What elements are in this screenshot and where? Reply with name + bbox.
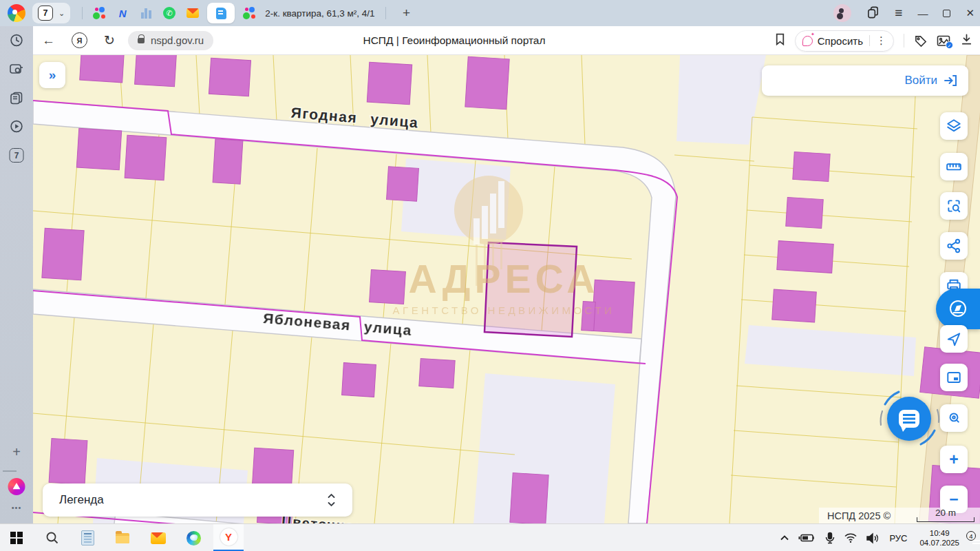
building: [342, 363, 376, 397]
blue-n-logo-icon: N: [119, 8, 127, 19]
pinned-tab-avito[interactable]: [91, 5, 107, 21]
pinned-tab-mail[interactable]: [184, 5, 201, 21]
chat-fab-button[interactable]: [887, 397, 931, 441]
tab-count-badge: 7: [38, 6, 53, 21]
start-button[interactable]: [1, 524, 32, 551]
share-button[interactable]: [940, 232, 968, 260]
building: [772, 289, 817, 322]
building: [125, 135, 167, 180]
ask-label: Спросить: [818, 35, 863, 47]
zoom-in-button[interactable]: +: [940, 446, 968, 473]
chat-bubble-icon: [899, 410, 919, 428]
tab-title[interactable]: 2-к. квартира, 61,3 м², 4/1: [265, 8, 374, 19]
taskbar-file-explorer[interactable]: [107, 524, 138, 551]
login-panel[interactable]: Войти: [762, 65, 968, 96]
cadastral-map-svg[interactable]: АДРЕСААГЕНТСТВО НЕДВИЖИМОСТИЯгодная улиц…: [33, 55, 980, 523]
minimap-button[interactable]: [940, 364, 968, 391]
taskbar-yandex-browser-active[interactable]: Y: [213, 524, 244, 551]
divider: [869, 35, 870, 46]
back-button[interactable]: ←: [42, 33, 55, 48]
minimize-button[interactable]: —: [917, 8, 928, 19]
address-bar[interactable]: nspd.gov.ru: [128, 31, 213, 50]
mail-envelope-icon: [187, 8, 199, 18]
building: [367, 62, 412, 105]
area-search-button[interactable]: [940, 192, 968, 220]
taskbar-edge[interactable]: [178, 524, 209, 551]
search-location-icon: [946, 410, 962, 426]
yandex-search-icon[interactable]: Я: [72, 32, 87, 48]
pinned-tab-blue-logo[interactable]: N: [114, 5, 131, 21]
articles-icon[interactable]: [10, 91, 24, 105]
battery-icon[interactable]: [798, 532, 816, 543]
tabs-panel-icon[interactable]: [866, 6, 880, 21]
pinned-tab-whatsapp[interactable]: ✆: [161, 5, 178, 21]
building: [213, 139, 243, 184]
video-play-icon[interactable]: [10, 119, 24, 134]
locate-object-button[interactable]: [940, 404, 968, 432]
yandex-y-icon: Y: [220, 528, 237, 545]
building: [80, 55, 125, 83]
alice-assistant-icon[interactable]: [8, 478, 25, 495]
side-panel-tab-button[interactable]: [936, 289, 980, 329]
building: [777, 241, 833, 273]
menu-icon[interactable]: ≡: [895, 6, 902, 21]
tab-group-switcher[interactable]: 7 ⌄: [32, 3, 70, 23]
svg-text:АДРЕСА: АДРЕСА: [409, 257, 599, 301]
extension-image-icon[interactable]: ✓: [937, 35, 950, 47]
tab-favicon-avito[interactable]: [241, 5, 257, 21]
scale-bar: 20 m: [917, 509, 974, 522]
sidebar-expand-button[interactable]: »: [39, 62, 65, 88]
layers-icon: [946, 118, 962, 134]
windows-taskbar: Y РУС 10:49 04.07.2025: [0, 523, 980, 551]
sidebar-more-icon[interactable]: •••: [12, 503, 22, 512]
chevron-down-icon[interactable]: ⌄: [58, 9, 65, 18]
my-location-button[interactable]: [940, 325, 968, 353]
screenshot-icon[interactable]: [9, 62, 24, 76]
legend-panel[interactable]: Легенда: [43, 484, 352, 517]
speaker-icon[interactable]: [866, 532, 880, 544]
taskbar-app-document[interactable]: [72, 524, 103, 551]
sidebar-add-icon[interactable]: +: [12, 444, 21, 460]
building: [387, 167, 419, 202]
avito-dots-icon: [93, 7, 105, 19]
tab-group-seven-icon[interactable]: 7: [10, 148, 24, 163]
attribution-text: НСПД 2025 ©: [827, 510, 891, 521]
bookmark-icon[interactable]: [775, 33, 785, 48]
close-button[interactable]: ✕: [966, 7, 974, 19]
layers-button[interactable]: [940, 112, 968, 140]
clock[interactable]: 10:49 04.07.2025: [919, 528, 959, 548]
extension-tag-icon[interactable]: [914, 34, 927, 48]
active-pinned-tab[interactable]: [207, 3, 235, 23]
time: 10:49: [930, 529, 950, 537]
wifi-icon[interactable]: [844, 532, 858, 543]
kebab-menu-icon[interactable]: ⋮: [876, 34, 886, 47]
ask-ai-button[interactable]: Спросить ⋮: [795, 30, 894, 52]
maximize-button[interactable]: [943, 10, 950, 17]
sort-chevrons-icon[interactable]: [327, 492, 336, 508]
history-icon[interactable]: [10, 33, 24, 48]
taskbar-mail[interactable]: [143, 524, 173, 551]
tray-chevron-icon[interactable]: [779, 533, 790, 543]
login-label[interactable]: Войти: [904, 74, 937, 87]
download-icon[interactable]: [960, 33, 973, 49]
check-badge-icon: ✓: [946, 41, 953, 49]
building: [49, 438, 87, 484]
building: [370, 270, 406, 304]
new-tab-button[interactable]: +: [398, 4, 416, 22]
microphone-icon[interactable]: [824, 532, 835, 544]
screen: 7 ⌄ N ✆ 2-к. квартира, 61,3 м², 4/1 + ≡ …: [0, 0, 980, 551]
pinned-tab-buildings[interactable]: [138, 5, 154, 21]
lock-icon[interactable]: [138, 38, 145, 43]
profile-avatar[interactable]: [833, 4, 851, 22]
document-favicon-icon: [216, 8, 226, 19]
language-indicator[interactable]: РУС: [889, 533, 907, 543]
scale-label: 20 m: [935, 509, 956, 517]
yandex-browser-logo-icon[interactable]: [8, 4, 25, 22]
windows-logo-icon: [10, 532, 23, 544]
page-title: НСПД | Геоинформационный портал: [241, 26, 668, 55]
measure-button[interactable]: [940, 153, 968, 180]
taskbar-search-button[interactable]: [37, 524, 67, 551]
cadastral-map[interactable]: АДРЕСААГЕНТСТВО НЕДВИЖИМОСТИЯгодная улиц…: [33, 55, 980, 523]
edge-browser-icon: [187, 531, 201, 545]
reload-button[interactable]: ↻: [104, 32, 115, 48]
